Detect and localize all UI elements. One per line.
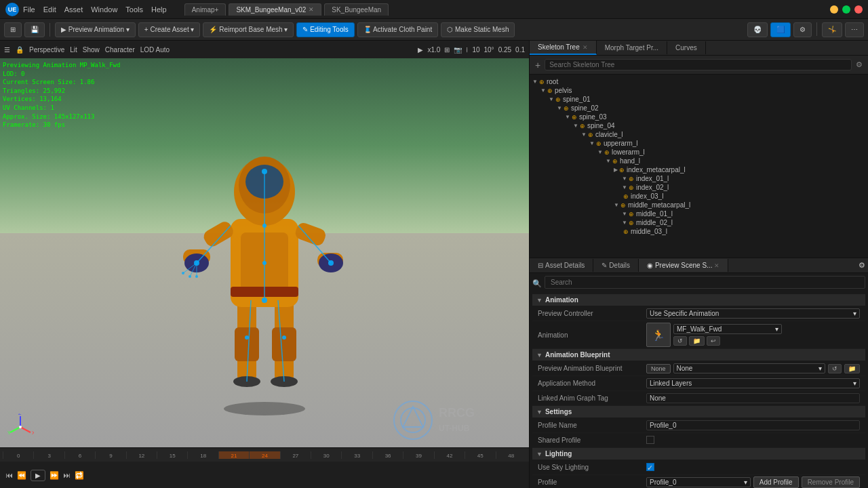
tab-asset-details[interactable]: ⊟ Asset Details	[530, 259, 593, 272]
bone-lowerarm-l[interactable]: ▼ ⊕ lowerarm_l	[530, 148, 868, 157]
preview-controller-select[interactable]: Use Specific Animation ▾	[646, 308, 860, 319]
lighting-label[interactable]: Lit	[70, 46, 77, 54]
make-static-mesh-button[interactable]: ⬡ Make Static Mesh	[441, 22, 515, 37]
profile-row-select[interactable]: Profile_0 ▾	[646, 477, 751, 487]
bone-middle-03-l[interactable]: ⊕ middle_03_l	[530, 227, 868, 236]
close-button[interactable]	[854, 5, 863, 14]
anim-bp-refresh-button[interactable]: ↺	[828, 364, 842, 373]
bone-pelvis[interactable]: ▼ ⊕ pelvis	[530, 86, 868, 95]
maximize-button[interactable]	[842, 5, 850, 14]
save-button[interactable]: 💾	[24, 22, 45, 37]
section-anim-blueprint[interactable]: ▼ Animation Blueprint	[532, 349, 865, 361]
skip-end-button[interactable]: ⏭	[63, 471, 71, 479]
anim-undo-button[interactable]: ↩	[707, 336, 720, 346]
anim-refresh-button[interactable]: ↺	[673, 336, 687, 346]
left-finger-3-tip	[195, 275, 198, 278]
activate-cloth-paint-button[interactable]: 🧵 Activate Cloth Paint	[357, 22, 439, 37]
tab-animap[interactable]: Animap+	[184, 3, 226, 16]
tab-skm-bungee-close[interactable]: ✕	[309, 6, 314, 13]
perspective-label[interactable]: Perspective	[29, 46, 64, 54]
bone-middle-01-l[interactable]: ▼ ⊕ middle_01_l	[530, 209, 868, 218]
animation-select[interactable]: MF_Walk_Fwd ▾	[673, 324, 782, 334]
mesh-icon-button[interactable]: 🟦	[770, 22, 791, 37]
reimport-base-mesh-button[interactable]: ⚡ Reimport Base Mesh ▾	[203, 22, 294, 37]
add-profile-button[interactable]: Add Profile	[753, 476, 799, 488]
title-bar-left: UE File Edit Asset Window Tools Help Ani…	[5, 3, 389, 16]
details-panel-settings[interactable]: ⚙	[856, 258, 868, 272]
bone-index-metacarpal-l[interactable]: ▶ ⊕ index_metacarpal_l	[530, 165, 868, 174]
bone-index-01-l[interactable]: ▼ ⊕ index_01_l	[530, 174, 868, 183]
bone-spine-02[interactable]: ▼ ⊕ spine_02	[530, 104, 868, 113]
minimize-button[interactable]	[830, 5, 838, 14]
pose-icon-button[interactable]: 🤸	[822, 22, 842, 37]
tree-add-icon[interactable]: +	[535, 60, 540, 70]
bone-spine-04[interactable]: ▼ ⊕ spine_04	[530, 121, 868, 130]
tab-sk-bungee[interactable]: SK_BungeeMan	[324, 3, 389, 16]
bone-root[interactable]: ▼ ⊕ root	[530, 77, 868, 86]
preview-animation-button[interactable]: ▶ Preview Animation ▾	[55, 22, 136, 37]
tab-skeleton-tree[interactable]: Skeleton Tree ✕	[530, 41, 597, 55]
bone-middle-metacarpal-l[interactable]: ▼ ⊕ middle_metacarpal_l	[530, 201, 868, 209]
viewport-lock-icon[interactable]: 🔒	[16, 46, 24, 54]
create-asset-button[interactable]: + Create Asset ▾	[138, 22, 201, 37]
tab-curves[interactable]: Curves	[667, 41, 706, 54]
profile-name-input[interactable]	[646, 420, 860, 430]
bone-clavicle-l[interactable]: ▼ ⊕ clavicle_l	[530, 130, 868, 139]
step-fwd-button[interactable]: ⏩	[50, 471, 59, 480]
section-animation[interactable]: ▼ Animation	[532, 294, 865, 306]
bone-index-02-l[interactable]: ▼ ⊕ index_02_l	[530, 183, 868, 192]
menu-edit[interactable]: Edit	[43, 5, 56, 14]
hamburger-icon[interactable]: ☰	[4, 46, 10, 54]
details-search-input[interactable]	[545, 276, 865, 289]
editing-tools-button[interactable]: ✎ Editing Tools	[296, 22, 354, 37]
extra-icon-button[interactable]: ⋯	[845, 22, 864, 37]
menu-file[interactable]: File	[23, 5, 35, 14]
skeleton-tree-close[interactable]: ✕	[583, 44, 588, 51]
bone-spine-01[interactable]: ▼ ⊕ spine_01	[530, 95, 868, 104]
menu-asset[interactable]: Asset	[64, 5, 83, 14]
camera-icon[interactable]: 📷	[454, 46, 462, 54]
tab-details[interactable]: ✎ Details	[593, 259, 639, 272]
section-lighting[interactable]: ▼ Lighting	[532, 448, 865, 460]
section-settings[interactable]: ▼ Settings	[532, 406, 865, 418]
anim-blueprint-select[interactable]: None ▾	[673, 363, 825, 373]
right-lower-leg	[272, 327, 296, 361]
anim-browse-button[interactable]: 📁	[689, 336, 705, 346]
skeleton-search-input[interactable]	[545, 59, 852, 70]
preview-scene-close[interactable]: ✕	[714, 262, 719, 269]
character-label[interactable]: Character	[105, 46, 135, 54]
remove-profile-button[interactable]: Remove Profile	[802, 476, 860, 488]
settings-icon-button[interactable]: ⚙	[793, 22, 812, 37]
grid-dots-icon[interactable]: ⁞	[466, 46, 468, 54]
viewport-canvas[interactable]: Previewing Animation MP_Walk_Fwd LOD: 0 …	[0, 58, 529, 447]
menu-window[interactable]: Window	[91, 5, 117, 14]
play-icon[interactable]: ▶	[418, 46, 423, 54]
grid-icon[interactable]: ⊞	[444, 46, 450, 54]
tab-skm-bungee[interactable]: SKM_BungeeMan_v02 ✕	[229, 3, 321, 16]
anim-bp-browse-button[interactable]: 📁	[844, 364, 860, 373]
bone-spine-03[interactable]: ▼ ⊕ spine_03	[530, 113, 868, 121]
skeleton-tree-content[interactable]: ▼ ⊕ root ▼ ⊕ pelvis ▼ ⊕ spine_01	[530, 75, 868, 258]
loop-button[interactable]: 🔁	[75, 471, 84, 480]
menu-tools[interactable]: Tools	[125, 5, 143, 14]
linked-anim-tag-input[interactable]	[646, 393, 860, 403]
bone-upperarm-l[interactable]: ▼ ⊕ upperarm_l	[530, 139, 868, 148]
show-label[interactable]: Show	[83, 46, 100, 54]
skip-start-button[interactable]: ⏮	[5, 471, 13, 479]
save-icon-button[interactable]: ⊞	[4, 22, 22, 37]
play-button[interactable]: ▶	[31, 470, 45, 481]
application-method-select[interactable]: Linked Layers ▾	[646, 378, 860, 388]
tab-morph-target[interactable]: Morph Target Pr...	[597, 41, 667, 54]
viewport[interactable]: ☰ 🔒 Perspective Lit Show Character LOD A…	[0, 41, 529, 488]
use-sky-lighting-checkbox[interactable]: ✓	[646, 463, 654, 471]
tree-settings-icon[interactable]: ⚙	[856, 60, 863, 69]
bone-hand-l[interactable]: ▼ ⊕ hand_l	[530, 157, 868, 165]
step-back-button[interactable]: ⏪	[17, 471, 26, 480]
shared-profile-checkbox[interactable]	[646, 436, 654, 444]
bone-middle-02-l[interactable]: ▼ ⊕ middle_02_l	[530, 218, 868, 227]
bone-index-03-l[interactable]: ⊕ index_03_l	[530, 192, 868, 201]
menu-help[interactable]: Help	[151, 5, 167, 14]
skeleton-icon-button[interactable]: 💀	[747, 22, 768, 37]
tab-preview-scene[interactable]: ◉ Preview Scene S... ✕	[639, 259, 728, 272]
lod-auto-label[interactable]: LOD Auto	[140, 46, 170, 54]
